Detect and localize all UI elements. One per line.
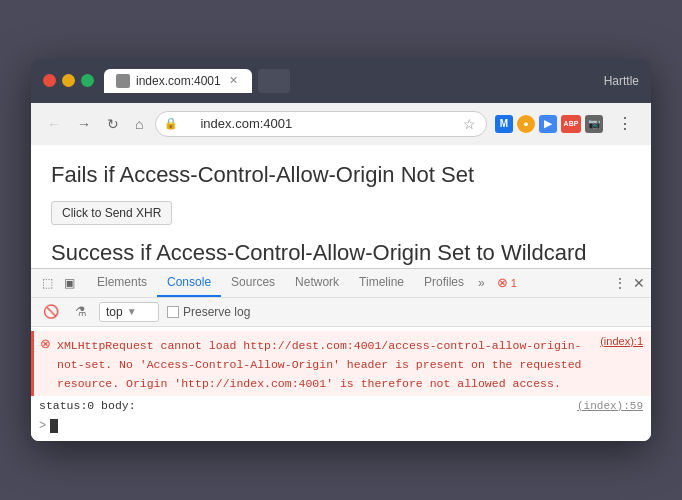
title-bar: index.com:4001 ✕ Harttle: [31, 59, 651, 103]
context-dropdown[interactable]: top ▼: [99, 302, 159, 322]
extension-abp[interactable]: ABP: [561, 115, 581, 133]
tab-sources[interactable]: Sources: [221, 269, 285, 297]
filter-icon[interactable]: ⚗: [71, 302, 91, 321]
error-content: XMLHttpRequest cannot load http://dest.c…: [57, 335, 594, 393]
console-toolbar: 🚫 ⚗ top ▼ Preserve log: [31, 298, 651, 327]
lock-icon: 🔒: [164, 117, 178, 130]
error-count: 1: [511, 277, 517, 289]
devtools-right-icons: ⋮ ✕: [613, 275, 645, 291]
status-source-link[interactable]: (index):59: [577, 400, 643, 412]
traffic-lights: [43, 74, 94, 87]
new-tab-button[interactable]: [258, 69, 290, 93]
address-bar: ← → ↻ ⌂ 🔒 index.com:4001 ☆ M ● ▶ ABP 📷 ⋮: [31, 103, 651, 145]
error-badge: ⊗ 1: [497, 275, 517, 290]
minimize-button[interactable]: [62, 74, 75, 87]
error-text: XMLHttpRequest cannot load http://dest.c…: [57, 339, 582, 391]
error-circle-icon: ⊗: [497, 275, 508, 290]
address-field[interactable]: 🔒 index.com:4001 ☆: [155, 111, 487, 137]
more-tabs-icon[interactable]: »: [474, 270, 489, 296]
devtools-panel: ⬚ ▣ Elements Console Sources Network Tim…: [31, 268, 651, 442]
close-button[interactable]: [43, 74, 56, 87]
url-text: index.com:4001: [200, 116, 292, 131]
menu-button[interactable]: ⋮: [611, 112, 639, 135]
extension-icons: M ● ▶ ABP 📷: [495, 115, 603, 133]
forward-button[interactable]: →: [73, 114, 95, 134]
user-name: Harttle: [604, 74, 639, 88]
extension-o[interactable]: ●: [517, 115, 535, 133]
context-label: top: [106, 305, 123, 319]
preserve-checkbox[interactable]: [167, 306, 179, 318]
preserve-label: Preserve log: [183, 305, 250, 319]
status-text: status:0 body:: [39, 399, 136, 412]
clear-console-icon[interactable]: 🚫: [39, 302, 63, 321]
back-button[interactable]: ←: [43, 114, 65, 134]
page-content: Fails if Access-Control-Allow-Origin Not…: [31, 145, 651, 268]
prompt-arrow-icon: >: [39, 419, 46, 433]
tab-console[interactable]: Console: [157, 269, 221, 297]
tab-title: index.com:4001: [136, 74, 221, 88]
page-heading-1: Fails if Access-Control-Allow-Origin Not…: [51, 161, 631, 190]
extension-cam[interactable]: 📷: [585, 115, 603, 133]
send-xhr-button[interactable]: Click to Send XHR: [51, 201, 172, 225]
extension-m[interactable]: M: [495, 115, 513, 133]
console-error-row: ⊗ XMLHttpRequest cannot load http://dest…: [31, 331, 651, 397]
extension-p[interactable]: ▶: [539, 115, 557, 133]
console-output: ⊗ XMLHttpRequest cannot load http://dest…: [31, 327, 651, 442]
cursor: [50, 419, 58, 433]
error-icon: ⊗: [40, 336, 51, 351]
tab-favicon: [116, 74, 130, 88]
devtools-icons: ⬚ ▣: [37, 271, 87, 295]
tab-elements[interactable]: Elements: [87, 269, 157, 297]
settings-icon[interactable]: ⋮: [613, 275, 627, 291]
console-prompt[interactable]: >: [31, 415, 651, 437]
dropdown-arrow-icon: ▼: [127, 306, 137, 317]
tab-close-icon[interactable]: ✕: [227, 74, 240, 87]
tab-timeline[interactable]: Timeline: [349, 269, 414, 297]
page-heading-2: Success if Access-Control-Allow-Origin S…: [51, 239, 631, 268]
browser-window: index.com:4001 ✕ Harttle ← → ↻ ⌂ 🔒 index…: [31, 59, 651, 442]
devtools-tabs: ⬚ ▣ Elements Console Sources Network Tim…: [31, 269, 651, 298]
home-button[interactable]: ⌂: [131, 114, 147, 134]
error-source-link[interactable]: (index):1: [600, 335, 643, 347]
inspect-icon[interactable]: ⬚: [37, 271, 57, 295]
tab-bar: index.com:4001 ✕: [104, 69, 594, 93]
device-icon[interactable]: ▣: [59, 271, 79, 295]
devtools-close-icon[interactable]: ✕: [633, 275, 645, 291]
reload-button[interactable]: ↻: [103, 114, 123, 134]
bookmark-icon[interactable]: ☆: [463, 116, 476, 132]
preserve-log-toggle[interactable]: Preserve log: [167, 305, 250, 319]
maximize-button[interactable]: [81, 74, 94, 87]
browser-tab[interactable]: index.com:4001 ✕: [104, 69, 252, 93]
console-status-line: status:0 body: (index):59: [31, 396, 651, 415]
tab-profiles[interactable]: Profiles: [414, 269, 474, 297]
tab-network[interactable]: Network: [285, 269, 349, 297]
